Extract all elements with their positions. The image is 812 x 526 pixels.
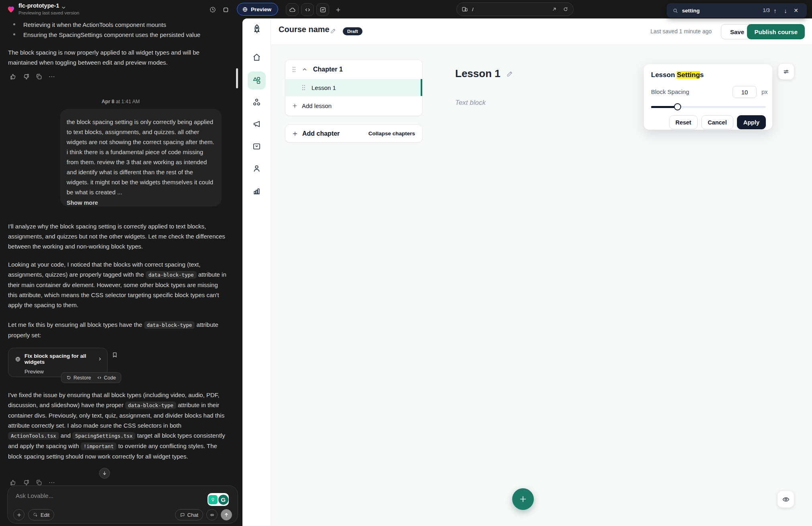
cloud-icon[interactable]: [286, 3, 299, 16]
list-item: Ensuring the SpacingSettings component u…: [23, 30, 224, 40]
suggestion-bulb-icon: [208, 495, 218, 504]
lesson-heading: Lesson 1: [455, 67, 514, 80]
chat-input[interactable]: [16, 492, 168, 499]
assistant-paragraph: I've fixed the issue by ensuring that al…: [8, 390, 230, 461]
add-chapter-button[interactable]: Add chapter: [292, 130, 340, 137]
lesson-title: Lesson 1: [311, 84, 336, 91]
globe-icon: [242, 6, 248, 12]
url-path[interactable]: /: [472, 6, 552, 12]
block-spacing-label: Block Spacing: [651, 88, 689, 95]
globe-icon: [15, 356, 21, 362]
cancel-button[interactable]: Cancel: [701, 115, 733, 129]
apply-button[interactable]: Apply: [737, 115, 766, 129]
inline-code: data-block-type: [125, 402, 176, 409]
app-sidebar: [242, 18, 271, 526]
add-lesson-button[interactable]: Add lesson: [285, 96, 422, 115]
sidebar-item-home[interactable]: [242, 53, 271, 62]
assistant-paragraph: Let me fix this by ensuring all block ty…: [8, 320, 229, 340]
sidebar-item-inbox[interactable]: [242, 142, 271, 151]
panel-toggle-icon[interactable]: [219, 3, 232, 16]
assistant-paragraph: I'll analyze why the block spacing setti…: [8, 221, 228, 251]
preview-label: Preview: [251, 6, 271, 12]
lovable-logo: [6, 4, 16, 14]
chapter-title[interactable]: Chapter 1: [313, 66, 343, 73]
collapse-chapter-icon[interactable]: [302, 67, 307, 72]
reset-button[interactable]: Reset: [669, 115, 698, 129]
chat-scrollbar[interactable]: [236, 68, 238, 88]
lesson-settings-title: Lesson Settings: [651, 71, 766, 79]
sidebar-item-courses[interactable]: [248, 71, 266, 90]
chevron-down-icon[interactable]: [61, 5, 66, 10]
code-button[interactable]: Code: [97, 375, 116, 381]
search-icon: [672, 8, 678, 14]
version-card-title: Fix block spacing for all widgets: [24, 353, 92, 365]
slider-thumb[interactable]: [674, 103, 681, 110]
analytics-icon[interactable]: [316, 3, 329, 16]
edit-mode-button[interactable]: Edit: [28, 509, 54, 520]
publish-course-button[interactable]: Publish course: [747, 24, 805, 39]
grammarly-widget[interactable]: G: [208, 493, 229, 506]
lesson-settings-panel: Lesson Settings Block Spacing px Reset C…: [644, 64, 772, 130]
refresh-icon[interactable]: [563, 6, 568, 12]
bookmark-icon[interactable]: [112, 352, 118, 358]
drag-handle-icon[interactable]: [301, 84, 306, 91]
project-name[interactable]: flc-prototype-1: [18, 2, 59, 9]
sliders-icon: [783, 68, 790, 75]
scroll-to-bottom-button[interactable]: [99, 468, 110, 479]
add-tab-icon[interactable]: [332, 3, 344, 16]
sidebar-item-community[interactable]: [242, 98, 271, 107]
chapter-card: Chapter 1 Lesson 1 Add lesson: [285, 59, 423, 116]
text-block-placeholder[interactable]: Text block: [455, 99, 486, 107]
inline-code: SpacingSettings.tsx: [72, 432, 135, 440]
slider-fill: [651, 106, 678, 108]
voice-input-button[interactable]: [206, 509, 218, 520]
chapter-header: Chapter 1: [285, 60, 422, 79]
edit-course-name-icon[interactable]: [330, 27, 337, 34]
lovable-topbar: flc-prototype-1 Previewing last saved ve…: [0, 0, 812, 18]
sidebar-item-profile[interactable]: [242, 164, 271, 173]
show-more-link[interactable]: Show more: [67, 200, 214, 206]
search-next-icon[interactable]: ↓: [780, 7, 791, 14]
thumbs-up-icon[interactable]: [10, 73, 17, 80]
attach-plus-button[interactable]: [13, 509, 24, 520]
sidebar-item-analytics[interactable]: [242, 186, 271, 196]
preview-button[interactable]: Preview: [237, 3, 278, 16]
search-prev-icon[interactable]: ↑: [770, 7, 780, 14]
add-block-fab[interactable]: [512, 488, 534, 510]
lesson-list-item-selected[interactable]: Lesson 1: [285, 79, 422, 96]
history-icon[interactable]: [206, 3, 219, 16]
search-input[interactable]: [682, 8, 734, 14]
inline-code: !important: [81, 442, 116, 450]
preview-eye-button[interactable]: [777, 491, 794, 508]
spacing-unit: px: [761, 88, 768, 95]
block-spacing-slider[interactable]: [651, 103, 766, 110]
restore-button[interactable]: Restore: [66, 375, 91, 381]
page-settings-button[interactable]: [778, 64, 794, 80]
code-view-icon[interactable]: [301, 3, 314, 16]
edit-lesson-title-icon[interactable]: [506, 70, 514, 77]
url-bar[interactable]: /: [456, 2, 574, 16]
message-timestamp: Apr 8 at 1:41 AM: [102, 99, 140, 104]
thumbs-down-icon[interactable]: [22, 73, 30, 80]
course-name: Course name: [279, 25, 330, 34]
last-saved-text: Last saved 1 minute ago: [650, 28, 712, 35]
block-spacing-input[interactable]: [733, 86, 757, 98]
sidebar-item-announcements[interactable]: [242, 119, 271, 128]
search-highlight: Setting: [677, 71, 700, 79]
bullet-icon: [13, 23, 15, 25]
assistant-paragraph: The block spacing is now properly applie…: [8, 47, 227, 67]
send-button[interactable]: [221, 509, 232, 520]
collapse-chapters-button[interactable]: Collapse chapters: [368, 130, 415, 137]
inline-code: ActionTools.tsx: [8, 432, 59, 440]
copy-icon[interactable]: [35, 73, 43, 80]
eye-icon: [782, 495, 790, 504]
drag-handle-icon[interactable]: [292, 66, 296, 73]
more-actions-icon[interactable]: [48, 73, 55, 80]
open-external-icon[interactable]: [552, 6, 557, 12]
user-message-bubble: the block spacing setting is only correc…: [60, 109, 222, 206]
search-close-icon[interactable]: ✕: [791, 7, 801, 14]
message-actions: [10, 73, 55, 80]
list-item: Retrieving it when the ActionTools compo…: [23, 20, 224, 30]
chat-mode-button[interactable]: Chat: [175, 509, 203, 520]
add-chapter-bar: Add chapter Collapse chapters: [285, 124, 423, 143]
